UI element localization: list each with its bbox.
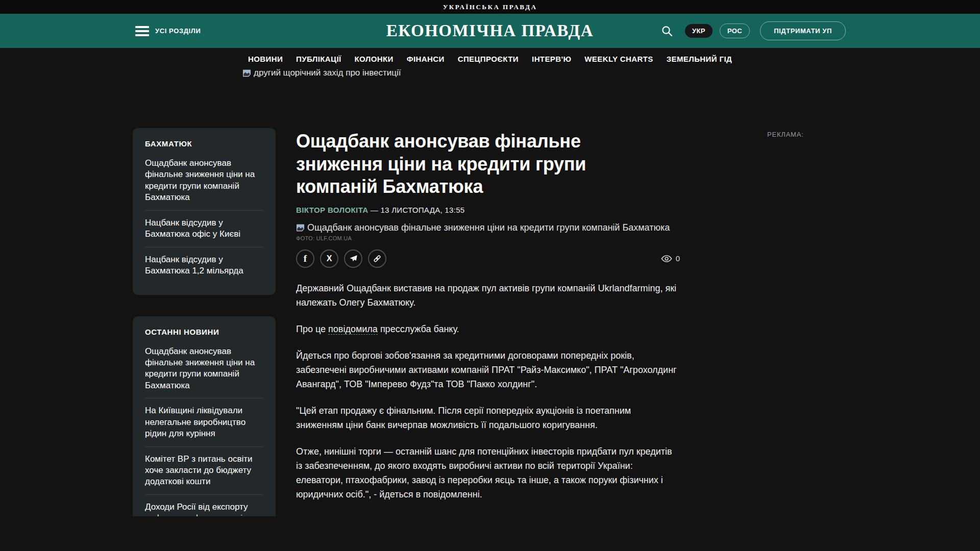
sidebar-article-link[interactable]: Доходи Росії від експорту нафти та нафто… [145,494,263,516]
article-paragraph: Продаж відбуватиметься 10 грудня 2025 ро… [296,514,680,516]
nav-item[interactable]: НОВИНИ [248,55,283,63]
share-x-button[interactable]: X [320,249,338,268]
article-body: Державний Ощадбанк виставив на продаж пу… [296,281,680,516]
inline-link[interactable]: повідомила [328,324,378,335]
photo-credit: ФОТО: ULF.COM.UA [296,235,680,241]
sidebar-article-link[interactable]: На Київщині ліквідували нелегальне вироб… [145,398,263,446]
sidebar-article-link[interactable]: Нацбанк відсудив у Бахматюка 1,2 мільярд… [145,247,263,284]
support-up-button[interactable]: ПІДТРИМАТИ УП [760,21,846,40]
nav-item[interactable]: СПЕЦПРОЄКТИ [458,55,519,63]
article-broken-image: Ощадбанк анонсував фінальне зниження цін… [296,222,680,233]
link-icon [373,254,382,263]
page-fold: УКРАЇНСЬКА ПРАВДА УСІ РОЗДІЛИ ЕКОНОМІЧНА… [0,0,980,516]
share-row: f X 0 [296,249,680,268]
x-twitter-icon: X [327,255,332,263]
sidebar-article-link[interactable]: Ощадбанк анонсував фінальне зниження цін… [145,151,263,210]
article-paragraph: Про це повідомила пресслужба банку. [296,322,680,336]
sidebar-latest-box: ОСТАННІ НОВИНИ Ощадбанк анонсував фіналь… [133,316,276,517]
banner-alt-text: другий щорічний захід про інвестиції [254,68,401,78]
article: Ощадбанк анонсував фінальне зниження цін… [296,128,680,516]
sidebar-article-link[interactable]: Ощадбанк анонсував фінальне зниження цін… [145,339,263,398]
site-header: УСІ РОЗДІЛИ ЕКОНОМІЧНА ПРАВДА УКР РОС ПІ… [0,14,980,48]
nav-item[interactable]: ЗЕМЕЛЬНИЙ ГІД [667,55,732,63]
sidebar-topic-title: БАХМАТЮК [145,139,263,151]
nav-item[interactable]: КОЛОНКИ [355,55,394,63]
nav-item[interactable]: ФІНАНСИ [407,55,445,63]
sidebar-latest-title: ОСТАННІ НОВИНИ [145,328,263,339]
article-paragraph: "Цей етап продажу є фінальним. Після сер… [296,404,680,432]
ekonomichna-pravda-logo[interactable]: ЕКОНОМІЧНА ПРАВДА [386,21,594,40]
article-paragraph: Йдеться про боргові зобов'язання за кред… [296,348,680,391]
nav-item[interactable]: ІНТЕРВ'Ю [532,55,571,63]
header-right: УКР РОС ПІДТРИМАТИ УП [660,14,846,48]
banner-broken-image[interactable]: другий щорічний захід про інвестиції [242,68,401,78]
sidebar-article-link[interactable]: Нацбанк відсудив у Бахматюка офіс у Києв… [145,210,263,247]
nav-item[interactable]: ПУБЛІКАЦІЇ [296,55,341,63]
article-paragraph: Отже, нинішні торги — останній шанс для … [296,444,680,502]
ukrainska-pravda-logo[interactable]: УКРАЇНСЬКА ПРАВДА [443,3,537,11]
views-count: 0 [676,254,680,263]
ad-label: РЕКЛАМА: [767,131,804,138]
latest-list: Ощадбанк анонсував фінальне зниження цін… [145,339,263,517]
lang-toggle-ukr[interactable]: УКР [685,24,713,38]
article-image-alt-text: Ощадбанк анонсував фінальне зниження цін… [307,222,670,233]
lang-toggle-ros[interactable]: РОС [720,23,750,38]
topbar: УКРАЇНСЬКА ПРАВДА [0,0,980,14]
page: УКРАЇНСЬКА ПРАВДА УСІ РОЗДІЛИ ЕКОНОМІЧНА… [0,0,980,551]
search-icon[interactable] [660,24,674,38]
publish-date: — 13 ЛИСТОПАДА, 13:55 [371,206,465,214]
nav-item[interactable]: WEEKLY CHARTS [584,55,653,63]
content-row: БАХМАТЮК Ощадбанк анонсував фінальне зни… [133,128,680,516]
byline: ВІКТОР ВОЛОКІТА — 13 ЛИСТОПАДА, 13:55 [296,206,680,214]
copy-link-button[interactable] [368,249,386,268]
telegram-icon [349,254,358,263]
broken-image-icon [242,69,251,77]
eye-icon [661,255,672,263]
topic-list: Ощадбанк анонсував фінальне зниження цін… [145,151,263,284]
author-link[interactable]: ВІКТОР ВОЛОКІТА [296,206,368,214]
sidebar: БАХМАТЮК Ощадбанк анонсував фінальне зни… [133,128,276,516]
sidebar-article-link[interactable]: Комітет ВР з питань освіти хоче закласти… [145,446,263,494]
article-paragraph: Державний Ощадбанк виставив на продаж пу… [296,281,680,310]
share-telegram-button[interactable] [344,249,362,268]
views-counter: 0 [661,254,680,263]
article-title: Ощадбанк анонсував фінальне зниження цін… [296,130,628,198]
share-facebook-button[interactable]: f [296,249,314,268]
share-buttons: f X [296,249,386,268]
facebook-icon: f [304,254,307,263]
sidebar-topic-box: БАХМАТЮК Ощадбанк анонсував фінальне зни… [133,128,276,295]
broken-image-icon [296,224,305,232]
main-nav: НОВИНИПУБЛІКАЦІЇКОЛОНКИФІНАНСИСПЕЦПРОЄКТ… [0,48,980,69]
